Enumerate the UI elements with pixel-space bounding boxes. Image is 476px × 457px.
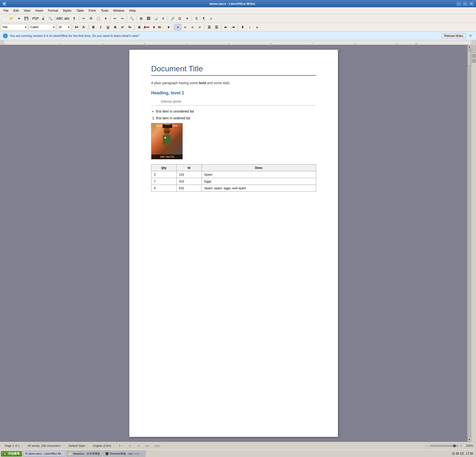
undo-button[interactable]: ↩ <box>112 15 119 22</box>
align-right-button[interactable]: ≡ <box>189 24 196 30</box>
find-button[interactable]: 🔍 <box>128 15 135 22</box>
pdf-button[interactable]: PDF <box>32 15 39 22</box>
redo-button[interactable]: ↪ <box>119 15 126 22</box>
align-center-button[interactable]: ≡ <box>182 24 188 30</box>
open-dropdown[interactable]: ▾ <box>16 15 22 22</box>
style-name[interactable]: Default Style <box>67 444 87 448</box>
taskbar-item-filemanager[interactable]: 📁 shiyanlou - 文件管理器 <box>66 451 102 457</box>
strikethrough-button[interactable]: S <box>112 24 119 30</box>
font-color-dropdown[interactable]: ▾ <box>150 24 157 30</box>
taskbar-item-writer[interactable]: W demo.docx - LibreOffice Wr... <box>23 451 65 457</box>
special-char-button[interactable]: Ω <box>176 15 183 22</box>
word-count[interactable]: 44 words, 206 characters <box>26 444 63 448</box>
italic-button[interactable]: I <box>97 24 104 30</box>
menu-format[interactable]: Format <box>46 8 60 13</box>
highlight-button[interactable]: H <box>158 24 164 30</box>
view-web[interactable]: □□ <box>144 444 150 448</box>
table-cell-desc-1[interactable]: Spam <box>202 171 316 178</box>
menu-styles[interactable]: Styles <box>60 8 74 13</box>
scroll-track[interactable] <box>468 49 471 438</box>
paragraph-spacing-button[interactable]: ↕ <box>246 24 253 30</box>
zoom-plus[interactable]: + <box>460 444 462 448</box>
table-cell-id-2[interactable]: 422 <box>176 178 202 185</box>
spell-button[interactable]: ABC <box>56 15 63 22</box>
taskbar-item-terminal[interactable]: ⬛ Terminal 终端 - t.py + (~) - ... <box>103 451 145 457</box>
table-button[interactable]: ⊞ <box>138 15 144 22</box>
copy-button[interactable]: ⧉ <box>88 15 94 22</box>
scroll-thumb[interactable] <box>468 51 471 66</box>
bold-button[interactable]: B <box>90 24 97 30</box>
menu-view[interactable]: View <box>21 8 33 13</box>
start-menu-button[interactable]: 🐧 开始菜单 <box>1 451 22 457</box>
table-cell-qty-2[interactable]: 7 <box>151 178 177 185</box>
menu-help[interactable]: Help <box>127 8 138 13</box>
autocorrect-button[interactable]: abc <box>64 15 70 22</box>
menu-window[interactable]: Window <box>111 8 127 13</box>
vertical-scrollbar[interactable]: ▲ ▼ <box>467 45 471 442</box>
preview-button[interactable]: 🔍 <box>47 15 54 22</box>
table-cell-qty-3[interactable]: 4 <box>151 185 177 192</box>
font-name-dropdown[interactable]: Calibri ▾ <box>29 24 56 30</box>
language[interactable]: English (USA) <box>91 444 113 448</box>
sidebar-icon-2[interactable]: ✎ <box>472 59 476 63</box>
notification-close-button[interactable]: ✕ <box>468 33 473 39</box>
chart-button[interactable]: 📊 <box>152 15 159 22</box>
close-button[interactable]: ✕ <box>469 1 474 6</box>
sidebar-icon-1[interactable]: ≡ <box>472 54 476 58</box>
more-format-button[interactable]: » <box>254 24 261 30</box>
table-cell-id-1[interactable]: 101 <box>176 171 202 178</box>
menu-file[interactable]: File <box>1 8 11 13</box>
styles-button[interactable]: S <box>193 15 200 22</box>
new-button[interactable]: 📄 <box>1 15 8 22</box>
list-item-1[interactable]: first item in unordered list <box>156 110 316 113</box>
menu-insert[interactable]: Insert <box>33 8 46 13</box>
underline-button[interactable]: U <box>105 24 111 30</box>
document-title[interactable]: Document Title <box>151 64 316 76</box>
menu-tools[interactable]: Tools <box>99 8 111 13</box>
ordered-list-button[interactable]: ☰ <box>213 24 220 30</box>
document-paragraph[interactable]: A plain paragraph having some bold and s… <box>151 81 316 86</box>
print-button[interactable]: 🖨 <box>40 15 46 22</box>
document-area[interactable]: Document Title A plain paragraph having … <box>0 45 467 442</box>
fontwork-button[interactable]: A <box>160 15 166 22</box>
highlight-clear-button[interactable]: ⊘ <box>136 24 143 30</box>
sidebar-collapse-button[interactable]: › <box>472 46 476 53</box>
highlight-dropdown[interactable]: ▾ <box>165 24 172 30</box>
superscript-button[interactable]: A² <box>119 24 126 30</box>
page-count[interactable]: Page 1 of 1 <box>3 444 22 448</box>
table-cell-qty-1[interactable]: 3 <box>151 171 177 178</box>
scroll-up-button[interactable]: ▲ <box>468 45 471 49</box>
release-notes-button[interactable]: Release Notes <box>441 33 466 39</box>
open-button[interactable]: 📂 <box>8 15 15 22</box>
paste-special-button[interactable]: ▾ <box>102 15 109 22</box>
justify-button[interactable]: ≡ <box>196 24 203 30</box>
table-cell-id-3[interactable]: 631 <box>176 185 202 192</box>
ordered-list-item-1[interactable]: first item in ordered list <box>156 116 316 120</box>
maximize-button[interactable]: □ <box>462 1 468 6</box>
subscript-button[interactable]: A₂ <box>126 24 133 30</box>
format-button[interactable]: ¶ <box>200 15 207 22</box>
zoom-minus[interactable]: − <box>426 444 428 448</box>
image-button[interactable]: 🖼 <box>145 15 152 22</box>
zoom-slider[interactable] <box>430 445 459 447</box>
minimize-button[interactable]: − <box>456 1 461 6</box>
doc-map-toggle[interactable]: □ <box>127 444 133 448</box>
table-cell-desc-3[interactable]: Spam, spam, eggs, and spam <box>202 185 316 192</box>
menu-table[interactable]: Table <box>74 8 86 13</box>
menu-edit[interactable]: Edit <box>11 8 21 13</box>
paste-button[interactable]: 📋 <box>95 15 102 22</box>
cut-button[interactable]: ✂ <box>80 15 87 22</box>
menu-form[interactable]: Form <box>86 8 98 13</box>
scroll-down-button[interactable]: ▼ <box>468 438 471 442</box>
document-image[interactable]: MONTY PYTHON <box>151 123 183 159</box>
line-spacing-button[interactable]: ⇕ <box>239 24 246 30</box>
view-normal[interactable]: □ <box>137 444 140 448</box>
style-dropdown[interactable]: Title ▾ <box>1 24 28 30</box>
font-size-dropdown[interactable]: 26 ▾ <box>57 24 71 30</box>
table-cell-desc-2[interactable]: Eggs <box>202 178 316 185</box>
unordered-list-button[interactable]: ☰ <box>206 24 212 30</box>
hyperlink-button[interactable]: 🔗 <box>169 15 176 22</box>
view-outline[interactable]: □□□ <box>154 444 161 448</box>
font-color-button[interactable]: A <box>143 24 150 30</box>
decrease-font-button[interactable]: A- <box>81 24 87 30</box>
